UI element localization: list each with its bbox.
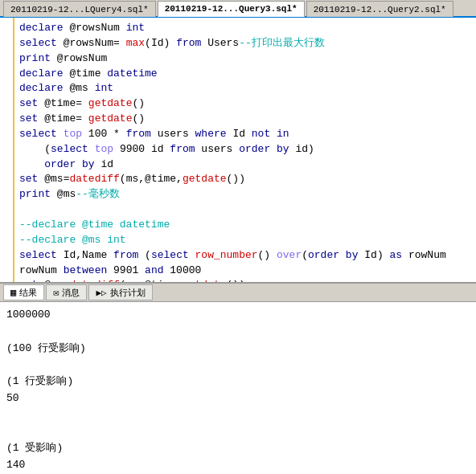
code-line-9: (select top 9900 id from users order by … — [19, 142, 471, 157]
results-area[interactable]: 1000000 (100 行受影响) (1 行受影响) 50 (1 受影响) 1… — [0, 302, 476, 474]
result-line-4 — [6, 357, 470, 374]
result-line-2 — [6, 324, 470, 341]
code-line-10: order by id — [19, 157, 471, 173]
code-line-7: set @time= getdate() — [19, 112, 471, 127]
code-line-1: declare @rowsNum int — [19, 21, 471, 36]
tab-execution-plan[interactable]: ▶▷ 执行计划 — [88, 284, 152, 300]
result-line-5: (1 行受影响) — [6, 374, 470, 390]
result-line-11: 140 — [6, 457, 470, 474]
messages-tab-label: 消息 — [62, 287, 80, 299]
result-line-10: (1 受影响) — [6, 440, 470, 457]
execution-plan-tab-label: 执行计划 — [110, 287, 146, 299]
editor-area: declare @rowsNum int select @rowsNum= ma… — [0, 18, 476, 283]
tab-lquery4[interactable]: 20110219-12...LQuery4.sql* — [3, 1, 156, 17]
code-line-14: --declare @time datetime — [19, 218, 471, 233]
code-line-12: print @ms--毫秒数 — [19, 187, 471, 202]
tab-label: 20110219-12...Query2.sql* — [314, 5, 446, 14]
result-line-1: 1000000 — [6, 307, 470, 324]
tab-query2[interactable]: 20110219-12...Query2.sql* — [306, 1, 453, 17]
results-tab-label: 结果 — [19, 287, 37, 299]
code-line-5: declare @ms int — [19, 81, 471, 96]
tab-messages[interactable]: ✉ 消息 — [46, 284, 87, 300]
tab-label: 20110219-12...LQuery4.sql* — [10, 5, 149, 14]
code-line-15: --declare @ms int — [19, 233, 471, 248]
code-line-13 — [19, 202, 471, 218]
tab-results[interactable]: ▦ 结果 — [3, 284, 44, 300]
bottom-tab-bar: ▦ 结果 ✉ 消息 ▶▷ 执行计划 — [0, 283, 476, 302]
result-line-9 — [6, 424, 470, 441]
line-gutter — [0, 18, 14, 282]
code-line-4: declare @time datetime — [19, 67, 471, 82]
grid-icon: ▦ — [10, 287, 16, 299]
code-line-16: select Id,Name from (select row_number()… — [19, 248, 471, 264]
plan-icon: ▶▷ — [96, 288, 106, 298]
tab-query3[interactable]: 20110219-12...Query3.sql* — [158, 1, 305, 17]
bottom-panel: ▦ 结果 ✉ 消息 ▶▷ 执行计划 1000000 (100 行受影响) (1 … — [0, 283, 476, 474]
result-line-6: 50 — [6, 390, 470, 407]
tab-label: 20110219-12...Query3.sql* — [165, 4, 298, 14]
code-line-8: select top 100 * from users where Id not… — [19, 127, 471, 142]
code-line-6: set @time= getdate() — [19, 96, 471, 112]
result-line-7 — [6, 407, 470, 424]
code-editor[interactable]: declare @rowsNum int select @rowsNum= ma… — [14, 18, 476, 282]
code-line-18: set @ms=datediff(ms,@time,getdate()) — [19, 278, 471, 282]
code-line-3: print @rowsNum — [19, 51, 471, 67]
message-icon: ✉ — [53, 287, 59, 299]
code-line-11: set @ms=datediff(ms,@time,getdate()) — [19, 172, 471, 187]
result-line-3: (100 行受影响) — [6, 341, 470, 358]
tab-bar: 20110219-12...LQuery4.sql* 20110219-12..… — [0, 0, 476, 18]
code-line-17: rowNum between 9901 and 10000 — [19, 264, 471, 279]
code-line-2: select @rowsNum= max(Id) from Users--打印出… — [19, 36, 471, 51]
